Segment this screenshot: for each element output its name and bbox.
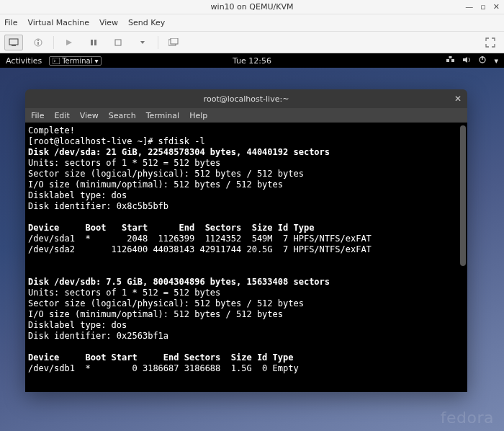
term-line: /dev/sdb1 * 0 3186687 3186688 1.5G 0 Emp… [28,363,299,373]
menu-view[interactable]: View [99,18,118,27]
terminal-title: root@localhost-live:~ [204,94,289,104]
toolbar-separator [53,36,54,49]
svg-rect-6 [94,40,96,45]
terminal-icon [53,58,60,64]
svg-rect-4 [37,40,39,41]
fullscreen-button[interactable] [481,35,500,50]
term-line: I/O size (minimum/optimal): 512 bytes / … [28,179,283,190]
activities-button[interactable]: Activities [6,56,42,66]
terminal-window: root@localhost-live:~ ✕ File Edit View S… [25,89,467,392]
host-titlebar: win10 on QEMU/KVM — ▫ ✕ [0,0,504,14]
gnome-topbar: Activities Terminal ▾ Tue 12:56 ▾ [0,53,504,68]
term-line: Sector size (logical/physical): 512 byte… [28,298,304,308]
term-line: I/O size (minimum/optimal): 512 bytes / … [28,309,283,319]
term-line: Disklabel type: dos [28,320,127,330]
term-line: Disk identifier: 0x2563bf1a [28,331,168,341]
term-line: [root@localhost-live ~]# sfdisk -l [28,136,205,146]
terminal-menubar: File Edit View Search Terminal Help [25,108,467,123]
term-line: Disk identifier: 0x8c5b5bfb [28,201,168,211]
term-line: /dev/sda2 1126400 44038143 42911744 20.5… [28,244,372,254]
term-menu-terminal[interactable]: Terminal [146,111,180,120]
svg-rect-10 [53,58,60,64]
term-menu-file[interactable]: File [31,111,44,120]
svg-rect-3 [37,42,39,45]
svg-rect-0 [9,39,18,45]
pause-button[interactable] [84,35,103,50]
host-menubar: File Virtual Machine View Send Key [0,14,504,32]
term-line: Units: sectors of 1 * 512 = 512 bytes [28,288,220,298]
chevron-down-icon: ▾ [94,57,98,65]
svg-rect-12 [451,59,454,62]
fedora-watermark: fedora [441,409,494,427]
system-menu-chevron-icon[interactable]: ▾ [494,56,498,66]
svg-rect-9 [171,38,178,44]
term-line: Device Boot Start End Sectors Size Id Ty… [28,352,293,363]
term-menu-search[interactable]: Search [109,111,136,120]
guest-display[interactable]: Activities Terminal ▾ Tue 12:56 ▾ root@l… [0,53,504,431]
svg-rect-1 [12,45,16,46]
app-menu-label: Terminal [62,57,92,65]
term-line: Units: sectors of 1 * 512 = 512 bytes [28,158,220,168]
svg-rect-13 [449,56,452,58]
svg-rect-11 [446,59,449,62]
term-line: Disk /dev/sdb: 7.5 GiB, 8004304896 bytes… [28,277,330,287]
menu-send-key[interactable]: Send Key [128,18,165,27]
clock[interactable]: Tue 12:56 [233,56,271,66]
term-menu-help[interactable]: Help [189,111,207,120]
terminal-titlebar[interactable]: root@localhost-live:~ ✕ [25,89,467,108]
shutdown-button[interactable] [109,35,127,50]
run-button[interactable] [60,35,78,50]
volume-icon[interactable] [462,56,471,66]
svg-rect-7 [115,40,121,45]
power-icon[interactable] [478,55,487,66]
terminal-scrollbar[interactable] [460,125,466,266]
term-line: Disklabel type: dos [28,190,127,200]
term-menu-edit[interactable]: Edit [54,111,69,120]
terminal-body[interactable]: Complete! [root@localhost-live ~]# sfdis… [25,123,467,392]
maximize-button[interactable]: ▫ [480,2,485,12]
term-line: Disk /dev/sda: 21 GiB, 22548578304 bytes… [28,147,330,157]
term-menu-view[interactable]: View [80,111,99,120]
menu-virtual-machine[interactable]: Virtual Machine [27,18,89,27]
app-menu-terminal[interactable]: Terminal ▾ [49,56,102,66]
host-title: win10 on QEMU/KVM [211,2,294,12]
term-line: Device Boot Start End Sectors Size Id Ty… [28,223,314,233]
svg-rect-5 [91,40,93,45]
toolbar-separator-2 [158,36,158,49]
term-line: /dev/sda1 * 2048 1126399 1124352 549M 7 … [28,234,372,244]
details-button[interactable] [29,35,48,50]
terminal-close-button[interactable]: ✕ [454,94,462,104]
host-toolbar [0,32,504,53]
snapshots-button[interactable] [164,35,183,50]
console-button[interactable] [4,35,23,50]
minimize-button[interactable]: — [465,2,473,12]
menu-file[interactable]: File [4,18,17,27]
term-line: Complete! [28,125,75,135]
svg-rect-15 [482,56,483,60]
network-icon[interactable] [446,56,455,66]
shutdown-dropdown[interactable] [133,35,152,50]
term-line: Sector size (logical/physical): 512 byte… [28,169,304,179]
close-button[interactable]: ✕ [493,2,500,12]
